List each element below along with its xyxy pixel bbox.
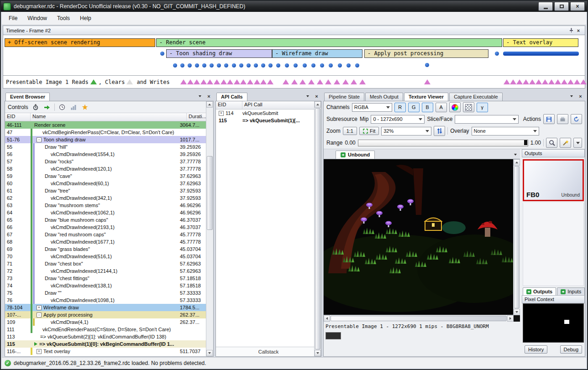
zoom-1to1-button[interactable]: 1:1 (343, 127, 357, 135)
write-marker-triangle[interactable] (351, 79, 357, 84)
event-row[interactable]: 46-111Render scene3064.7... (5, 121, 206, 129)
write-marker-triangle[interactable] (334, 79, 340, 84)
range-slider[interactable] (358, 140, 528, 146)
draw-event-dot[interactable] (239, 63, 243, 68)
draw-event-dot[interactable] (261, 63, 265, 68)
expand-icon[interactable]: + (37, 305, 42, 310)
write-marker-triangle[interactable] (267, 79, 273, 84)
tab-pipeline-state[interactable]: Pipeline State (324, 93, 364, 101)
tab-texture-viewer[interactable]: Texture Viewer (404, 93, 448, 101)
draw-event-dot[interactable] (338, 63, 342, 68)
write-marker-triangle[interactable] (555, 79, 561, 84)
event-row[interactable]: 76vkCmdDrawIndexed(1098,1)57.33333 (5, 297, 206, 304)
write-marker-triangle[interactable] (187, 79, 194, 84)
tab-mesh-output[interactable]: Mesh Output (365, 93, 403, 101)
draw-event-dot[interactable] (180, 63, 184, 68)
tab-event-browser[interactable]: Event Browser (5, 93, 50, 101)
write-marker-triangle[interactable] (567, 79, 574, 84)
dock-menu-icon[interactable] (196, 93, 203, 99)
event-row[interactable]: 47vkCmdBeginRenderPass(C=Clear, D=Clear,… (5, 129, 206, 136)
tab-api-calls[interactable]: API Calls (216, 93, 247, 101)
event-row[interactable]: 111vkCmdEndRenderPass(C=Store, D=Store, … (5, 326, 206, 333)
event-row[interactable]: 58vkCmdDrawIndexed(120,1)37.77778 (5, 165, 206, 172)
event-row[interactable]: 67Draw "red mushroom caps"45.77778 (5, 231, 206, 238)
draw-event-dot[interactable] (346, 63, 351, 68)
menu-file[interactable]: File (4, 13, 22, 24)
draw-event-dot[interactable] (425, 63, 429, 67)
dock-menu-icon[interactable] (304, 93, 311, 99)
time-durations-icon[interactable] (31, 103, 40, 111)
fb0-thumbnail[interactable]: FB0 Unbound (523, 159, 584, 201)
timeline-block-text-overlay[interactable]: - Text overlay (503, 38, 578, 47)
write-marker-triangle[interactable] (548, 79, 555, 84)
event-row[interactable]: 71Draw "chest box"57.62963 (5, 260, 206, 267)
close-button[interactable]: × (570, 2, 585, 11)
bookmark-star-icon[interactable] (81, 103, 89, 111)
gamma-button[interactable]: γ (477, 103, 488, 112)
zoom-fit-button[interactable]: Fit (359, 127, 379, 135)
timeline-block-wireframe[interactable]: - Wireframe draw (272, 49, 362, 58)
maximize-button[interactable] (554, 2, 569, 11)
draw-event-dot[interactable] (303, 63, 307, 68)
event-row[interactable]: 73Draw "chest fittings"57.18518 (5, 275, 206, 282)
menu-tools[interactable]: Tools (52, 13, 75, 24)
write-marker-triangle[interactable] (260, 79, 267, 84)
texture-list-dropdown-icon[interactable] (512, 151, 519, 158)
overlay-combo[interactable]: None (472, 127, 539, 135)
zoom-percent-combo[interactable]: 32% (381, 127, 431, 135)
draw-event-dot[interactable] (254, 63, 258, 68)
write-marker-triangle[interactable] (214, 79, 220, 84)
tab-outputs[interactable]: Outputs (523, 287, 556, 295)
event-row[interactable]: 60vkCmdDrawIndexed(60,1)37.62963 (5, 180, 206, 187)
tab-inputs[interactable]: Inputs (557, 287, 585, 295)
draw-event-dot[interactable] (188, 63, 192, 68)
timeline-block-post-processing[interactable]: - Apply post processing (364, 49, 488, 58)
red-channel-button[interactable]: R (394, 103, 406, 112)
save-texture-icon[interactable] (543, 114, 555, 124)
goto-current-event-icon[interactable] (43, 103, 51, 111)
callstack-footer[interactable]: Callstack (216, 347, 321, 356)
flip-y-icon[interactable] (434, 126, 445, 136)
event-row[interactable]: 51-76-Toon shading draw1017.7... (5, 136, 206, 143)
draw-event-dot[interactable] (320, 63, 324, 68)
event-row[interactable]: 63Draw "mushroom stems"46.96296 (5, 202, 206, 209)
draw-event-dot[interactable] (195, 63, 199, 68)
draw-event-dot[interactable] (210, 63, 214, 68)
dock-close-icon[interactable]: × (577, 93, 584, 99)
write-marker-triangle[interactable] (240, 79, 247, 84)
write-marker-triangle[interactable] (424, 79, 430, 84)
event-row[interactable]: 115=> vkQueueSubmit(1)[0]: vkBeginComman… (5, 340, 206, 348)
expand-icon[interactable]: + (37, 349, 42, 354)
api-call-row[interactable]: 115=> vkQueueSubmit(1)[... (216, 117, 315, 124)
event-row[interactable]: 55Draw "hill"39.25926 (5, 143, 206, 151)
write-marker-triangle[interactable] (342, 79, 349, 84)
collapse-icon[interactable]: - (37, 137, 42, 142)
checkerboard-background-icon[interactable] (463, 102, 474, 112)
range-max-handle[interactable] (524, 140, 527, 145)
event-row[interactable]: 113=> vkQueueSubmit(2)[1]: vkEndCommandB… (5, 333, 206, 340)
write-marker-triangle[interactable] (516, 79, 523, 84)
write-marker-triangle[interactable] (227, 79, 233, 84)
event-row[interactable]: 65Draw "blue mushroom caps"46.37037 (5, 216, 206, 224)
write-marker-triangle[interactable] (325, 79, 331, 84)
collapse-icon[interactable]: - (37, 313, 42, 318)
timeline-block-render-scene[interactable]: - Render scene (156, 38, 502, 47)
blue-channel-button[interactable]: B (422, 103, 433, 112)
overlay-draws-bar[interactable] (503, 52, 579, 56)
write-marker-triangle[interactable] (523, 79, 529, 84)
green-channel-button[interactable]: G (408, 103, 420, 112)
timeline-block-toon-shading[interactable]: - Toon shading draw (166, 49, 272, 58)
expand-icon[interactable]: + (219, 111, 224, 116)
draw-event-dot[interactable] (247, 63, 251, 68)
pixel-context-view[interactable] (523, 303, 584, 343)
event-row[interactable]: 56vkCmdDrawIndexed(1554,1)39.25926 (5, 151, 206, 158)
write-marker-triangle[interactable] (247, 79, 253, 84)
write-marker-triangle[interactable] (574, 79, 580, 84)
draw-event-dot[interactable] (285, 63, 289, 68)
clock-icon[interactable] (58, 103, 66, 111)
event-row[interactable]: 107-...-Apply post processing262.37... (5, 311, 206, 318)
event-browser-scrollbar[interactable] (206, 101, 213, 356)
dock-menu-icon[interactable] (568, 93, 575, 99)
menu-help[interactable]: Help (75, 13, 96, 24)
event-row[interactable]: 61Draw "tree"37.92593 (5, 187, 206, 194)
